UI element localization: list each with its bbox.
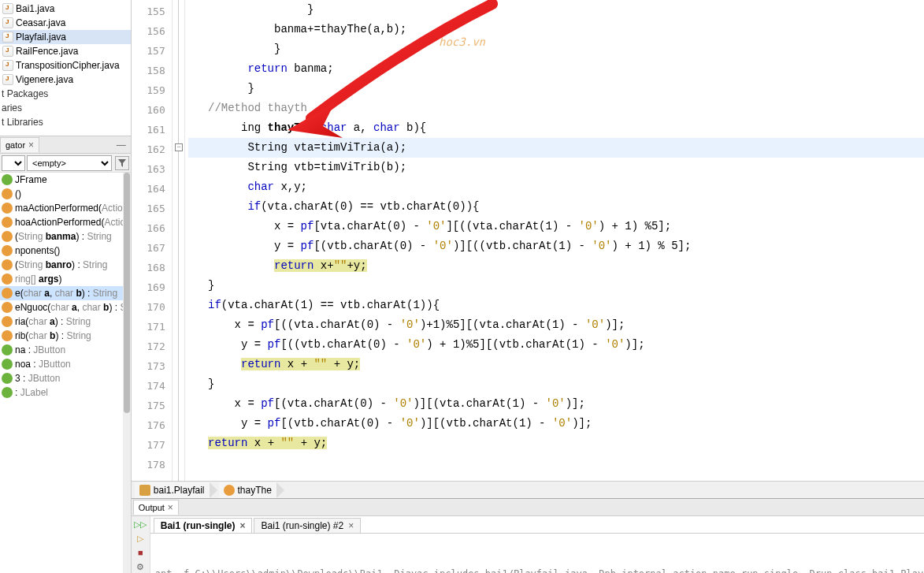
navigator-filter-combo[interactable]: <empty> [27,155,112,171]
line-number: 168 [132,258,172,277]
file-tree-item[interactable]: Playfail.java [0,30,131,44]
navigator-member[interactable]: (String banro) : String [0,258,131,272]
navigator-member[interactable]: ring[] args) [0,272,131,286]
navigator-member[interactable]: (String banma) : String [0,229,131,244]
navigator-member[interactable]: nponents() [0,244,131,258]
code-line[interactable]: ing thayThe(char a, char b){ [188,118,924,138]
scrollbar-thumb[interactable] [124,173,130,413]
code-line[interactable]: } [188,79,924,99]
java-file-icon [2,45,14,58]
member-icon [2,203,13,214]
navigator-member[interactable]: () [0,187,131,201]
filter-icon[interactable] [115,156,129,170]
code-line[interactable]: String vta=timViTria(a); [188,138,924,158]
code-line[interactable]: y = pf[(vtb.charAt(0) - '0')][((vtb.char… [188,236,924,256]
line-number: 167 [132,238,172,258]
navigator-member[interactable]: 3 : JButton [0,371,131,385]
code-line[interactable]: if(vta.charAt(1) == vtb.charAt(1)){ [188,296,924,315]
member-label: ring[] args) [15,273,61,285]
code-area[interactable]: } banma+=thayThe(a,b); } return banma; }… [185,0,924,481]
output-tab[interactable]: Output × [133,500,179,515]
navigator-member[interactable]: e(char a, char b) : String [0,286,131,300]
code-line[interactable]: char x,y; [188,177,924,197]
file-name: RailFence.java [16,46,78,57]
output-run-tab[interactable]: Bai1 (run-single)× [154,518,253,533]
output-run-tab[interactable]: Bai1 (run-single) #2× [254,518,361,533]
code-line[interactable] [188,453,924,473]
code-line[interactable]: return x + "" + y; [188,433,924,453]
folder-tree-item[interactable]: t Libraries [0,115,131,129]
navigator-member[interactable]: hoaActionPerformed(Actio [0,215,131,229]
member-icon [2,373,13,384]
file-tree-item[interactable]: TranspositionCipher.java [0,58,131,73]
file-tree-item[interactable]: Bai1.java [0,2,131,16]
code-line[interactable]: return banma; [188,59,924,79]
code-line[interactable]: //Method thayth [188,99,924,118]
navigator-member[interactable]: : JLabel [0,385,131,400]
members-view-combo[interactable] [2,155,25,171]
fold-toggle-icon[interactable]: − [175,143,183,151]
navigator-panel: gator × — <empty> JFrame()maActionPerfor… [0,136,131,573]
minimize-icon[interactable]: — [112,140,131,151]
code-line[interactable]: x = pf[(vta.charAt(0) - '0')][(vta.charA… [188,394,924,414]
code-line[interactable]: y = pf[(vtb.charAt(0) - '0')][(vtb.charA… [188,414,924,433]
navigator-member[interactable]: eNguoc(char a, char b) : St [0,300,131,314]
code-line[interactable]: x = pf[((vta.charAt(0) - '0')+1)%5][(vta… [188,315,924,335]
code-line[interactable]: banma+=thayThe(a,b); [188,20,924,39]
member-label: na : JButton [15,344,65,355]
line-number: 166 [132,218,172,238]
member-icon [2,188,13,199]
folder-tree-item[interactable]: t Packages [0,87,131,101]
output-tab-label: Output [139,503,165,512]
code-line[interactable]: } [188,0,924,20]
line-number: 169 [132,277,172,297]
member-label: () [15,188,21,199]
folder-tree-item[interactable]: aries [0,101,131,115]
file-tree-item[interactable]: Ceasar.java [0,16,131,30]
code-line[interactable]: } [188,374,924,394]
breadcrumb-method[interactable]: thayThe [219,482,276,498]
java-file-icon [2,31,14,43]
code-line[interactable]: return x+""+y; [188,256,924,276]
run-icon[interactable]: ▷ [133,532,147,545]
output-console[interactable]: hoc3.vn ant -f C:\\Users\\admin\\Downloa… [150,534,924,573]
code-line[interactable]: } [188,276,924,296]
navigator-members-list: JFrame()maActionPerformed(ActiohoaAction… [0,173,131,573]
member-icon [2,302,13,313]
line-number: 165 [132,199,172,218]
close-icon[interactable]: × [239,520,245,531]
rerun-icon[interactable]: ▷▷ [133,518,147,530]
member-icon [2,330,13,341]
navigator-member[interactable]: maActionPerformed(Actio [0,201,131,215]
close-icon[interactable]: × [28,140,34,151]
navigator-member[interactable]: JFrame [0,173,131,187]
close-icon[interactable]: × [168,502,173,513]
file-name: Playfail.java [16,32,66,43]
navigator-member[interactable]: noa : JButton [0,357,131,371]
code-editor[interactable]: 1551561571581591601611621631641651661671… [132,0,924,481]
navigator-tab[interactable]: gator × [0,137,39,152]
line-number: 161 [132,120,172,140]
settings-icon[interactable]: ⚙ [133,560,147,573]
breadcrumb-class[interactable]: bai1.Playfail [135,482,210,498]
file-tree-item[interactable]: RailFence.java [0,44,131,58]
navigator-member[interactable]: na : JButton [0,343,131,357]
navigator-member[interactable]: rib(char b) : String [0,329,131,343]
member-icon [2,259,13,270]
output-action-bar: ▷▷ ▷ ■ ⚙ [132,516,150,573]
scrollbar[interactable] [123,173,131,573]
main-area: 1551561571581591601611621631641651661671… [132,0,924,573]
code-line[interactable]: if(vta.charAt(0) == vtb.charAt(0)){ [188,197,924,217]
code-line[interactable]: y = pf[((vtb.charAt(0) - '0') + 1)%5][(v… [188,335,924,355]
code-line[interactable]: x = pf[vta.charAt(0) - '0'][((vta.charAt… [188,217,924,236]
file-tree-item[interactable]: Vigenere.java [0,73,131,87]
navigator-member[interactable]: ria(char a) : String [0,314,131,329]
close-icon[interactable]: × [348,520,354,531]
line-number: 176 [132,415,172,435]
code-line[interactable]: String vtb=timViTrib(b); [188,158,924,177]
stop-icon[interactable]: ■ [133,546,147,559]
code-line[interactable]: } [188,39,924,59]
line-number: 163 [132,159,172,179]
member-icon [2,217,13,228]
code-line[interactable]: return x + "" + y; [188,355,924,374]
